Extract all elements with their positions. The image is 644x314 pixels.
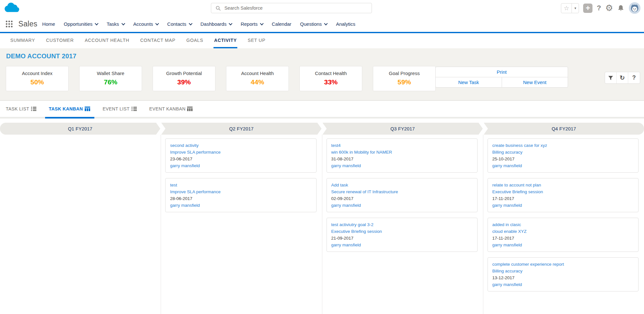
nav-item-label: Analytics (336, 21, 355, 27)
subtab-label: ACCOUNT HEALTH (85, 38, 129, 43)
task-owner-link[interactable]: garry mansfield (331, 202, 473, 209)
task-owner-link[interactable]: garry mansfield (331, 242, 473, 248)
nav-item[interactable]: Opportunities (64, 21, 98, 27)
task-goal-link[interactable]: Improve SLA performance (170, 188, 311, 195)
metric-card: Contact Health 33% (299, 66, 362, 91)
nav-item-label: Tasks (107, 21, 119, 27)
refresh-button[interactable]: ↻ (617, 72, 628, 83)
view-tab[interactable]: TASK LIST (6, 101, 37, 117)
task-goal-link[interactable]: Billing accuracy (492, 268, 634, 274)
task-goal-link[interactable]: Executive Briefing session (492, 188, 634, 195)
nav-item[interactable]: Calendar (272, 21, 291, 27)
nav-item[interactable]: Contacts (167, 21, 192, 27)
task-due-date: 28-06-2017 (170, 195, 311, 202)
subtab[interactable]: ACTIVITY (213, 33, 237, 48)
nav-item[interactable]: Dashboards (201, 21, 232, 27)
task-subject-link[interactable]: relate to account not plan (492, 182, 634, 188)
app-launcher-waffle-icon[interactable] (6, 21, 13, 28)
help-icon: ? (632, 74, 636, 81)
task-subject-link[interactable]: Add task (331, 182, 473, 188)
task-card[interactable]: relate to account not plan Executive Bri… (488, 178, 639, 212)
list-icon (131, 106, 137, 111)
task-subject-link[interactable]: test (170, 182, 311, 188)
quarter-label: Q1 FY2017 (68, 126, 92, 131)
board-help-button[interactable]: ? (628, 72, 640, 83)
notifications-button[interactable] (617, 5, 624, 12)
account-subtabs: SUMMARY CUSTOMER ACCOUNT HEALTH CONTACT … (0, 33, 644, 48)
task-goal-link[interactable]: Billing accuracy (492, 149, 634, 156)
favorites-dropdown-button[interactable]: ▾ (572, 4, 579, 13)
task-goal-link[interactable]: Improve SLA performance (170, 149, 311, 156)
task-owner-link[interactable]: garry mansfield (492, 281, 634, 288)
task-card[interactable]: test activiutry goal 3-2 Executive Brief… (327, 218, 478, 252)
task-due-date: 02-09-2017 (331, 195, 473, 202)
print-button[interactable]: Print (435, 67, 568, 77)
task-card[interactable]: test Improve SLA performance 28-06-2017 … (165, 178, 316, 212)
task-card[interactable]: second activity Improve SLA performance … (165, 138, 316, 173)
subtab[interactable]: ACCOUNT HEALTH (84, 33, 130, 48)
help-button[interactable]: ? (597, 4, 601, 12)
task-goal-link[interactable]: cloud enable XYZ (492, 228, 634, 235)
subtab-label: SET UP (248, 38, 265, 43)
caret-down-icon: ▾ (574, 6, 576, 10)
task-owner-link[interactable]: garry mansfield (170, 202, 311, 209)
task-subject-link[interactable]: added in clasic (492, 221, 634, 228)
task-card[interactable]: added in clasic cloud enable XYZ 17-11-2… (488, 218, 639, 252)
quarter-label: Q3 FY2017 (390, 126, 415, 131)
kanban-quarter-header: Q4 FY2017 (484, 123, 644, 135)
task-goal-link[interactable]: win 600k in Mobility for NAMER (331, 149, 473, 156)
task-card[interactable]: create business case for xyz Billing acc… (488, 138, 639, 173)
subtab[interactable]: CUSTOMER (45, 33, 74, 48)
nav-item-label: Questions (300, 21, 322, 27)
subtab[interactable]: SET UP (247, 33, 266, 48)
new-task-button[interactable]: New Task (435, 77, 502, 88)
nav-item[interactable]: Accounts (133, 21, 159, 27)
metric-card: Account Health 44% (226, 66, 289, 91)
task-card[interactable]: test4 win 600k in Mobility for NAMER 31-… (327, 138, 478, 173)
nav-item[interactable]: Reports (241, 21, 263, 27)
task-card[interactable]: complete customer experience report Bill… (488, 257, 639, 291)
task-due-date: 17-11-2017 (492, 195, 634, 202)
help-icon: ? (597, 4, 601, 12)
view-tab[interactable]: TASK KANBAN (49, 101, 90, 117)
task-subject-link[interactable]: test activiutry goal 3-2 (331, 221, 473, 228)
favorites-star-button[interactable]: ☆ (561, 4, 572, 13)
task-goal-link[interactable]: Executive Briefing session (331, 228, 473, 235)
nav-item-label: Reports (241, 21, 258, 27)
subtab[interactable]: GOALS (186, 33, 204, 48)
nav-item[interactable]: Analytics (336, 21, 355, 27)
user-avatar[interactable] (629, 2, 641, 14)
nav-item[interactable]: Tasks (107, 21, 124, 27)
task-due-date: 17-11-2017 (492, 235, 634, 242)
task-subject-link[interactable]: create business case for xyz (492, 142, 634, 149)
subtab[interactable]: SUMMARY (10, 33, 36, 48)
view-tab[interactable]: EVENT LIST (103, 101, 137, 117)
nav-item-label: Opportunities (64, 21, 92, 27)
subtab[interactable]: CONTACT MAP (139, 33, 176, 48)
task-subject-link[interactable]: complete customer experience report (492, 261, 634, 268)
setup-button[interactable]: ⚙ (605, 4, 613, 13)
search-input[interactable] (224, 5, 372, 11)
kanban-board: second activity Improve SLA performance … (0, 135, 644, 314)
task-owner-link[interactable]: garry mansfield (331, 162, 473, 169)
task-goal-link[interactable]: Secure renewal of IT Infrastructure (331, 188, 473, 195)
board-tools: ↻ ? (605, 72, 640, 84)
nav-items: Home Opportunities Tasks Accounts (42, 21, 355, 27)
view-tab[interactable]: EVENT KANBAN (149, 101, 193, 117)
nav-item[interactable]: Home (42, 21, 55, 27)
subtab-label: CONTACT MAP (140, 38, 175, 43)
new-event-button[interactable]: New Event (502, 77, 568, 88)
task-owner-link[interactable]: garry mansfield (170, 162, 311, 169)
global-actions-button[interactable]: + (583, 4, 592, 13)
kanban-quarter-header: Q2 FY2017 (161, 123, 322, 135)
filter-button[interactable] (605, 72, 617, 83)
task-subject-link[interactable]: second activity (170, 142, 311, 149)
task-subject-link[interactable]: test4 (331, 142, 473, 149)
task-owner-link[interactable]: garry mansfield (492, 202, 634, 209)
nav-item-label: Calendar (272, 21, 291, 27)
task-owner-link[interactable]: garry mansfield (492, 242, 634, 248)
task-card[interactable]: Add task Secure renewal of IT Infrastruc… (327, 178, 478, 212)
nav-item[interactable]: Questions (300, 21, 327, 27)
task-owner-link[interactable]: garry mansfield (492, 162, 634, 169)
bell-icon (617, 5, 624, 12)
